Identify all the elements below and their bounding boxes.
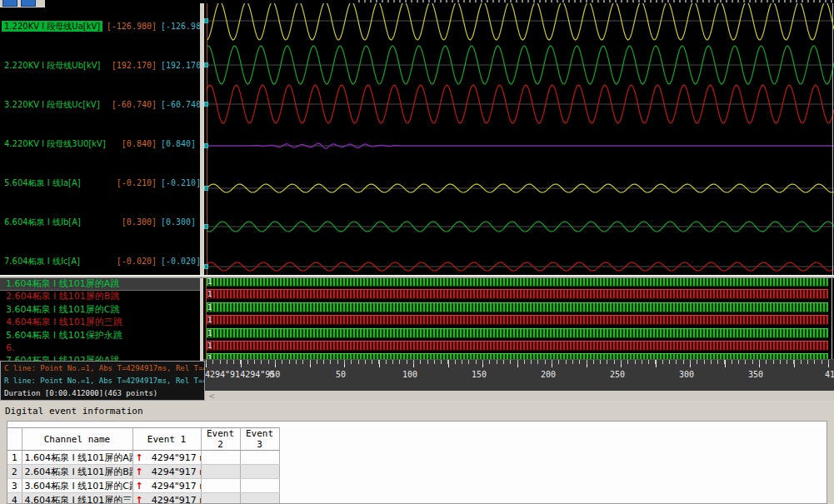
top-toolbar (0, 0, 45, 7)
event-table-header: Channel name (22, 428, 132, 451)
analog-value-reference: [0.300] (161, 217, 200, 227)
event-table-header (7, 428, 22, 451)
digital-bars-area[interactable]: 1111111 (203, 278, 834, 359)
cursor-c-line[interactable] (207, 3, 207, 275)
digital-channel-label[interactable]: 3.604柘泉 I 线101屏的C跳 (0, 303, 200, 316)
event-3-cell (240, 479, 279, 493)
analog-channel-label[interactable]: 7.604柘泉 I 线Ic[A] (4, 256, 80, 267)
ruler-minor-ticks (206, 360, 834, 364)
event-2-cell (201, 465, 240, 479)
event-row-number: 2 (7, 465, 22, 479)
event-channel-name: 2.604柘泉 I 线101屏的B跳 (22, 465, 132, 479)
cursor-status-panel: C line: Point No.=1, Abs T=4294917ms, Re… (0, 361, 205, 401)
analog-value-cursor: [-60.740] (105, 99, 157, 110)
ruler-time-label: 150 (472, 370, 487, 379)
ruler-time-label: 0 (269, 370, 274, 379)
r-line-status: R line: Point No.=1, Abs T=4294917ms, Re… (4, 375, 205, 387)
rising-edge-arrow-icon: ↑ (136, 481, 143, 492)
analog-value-reference: [192.170] (161, 60, 200, 71)
analog-channel-row[interactable]: 2.220KV I 段母线Ub[kV][192.170][192.170] (0, 60, 200, 71)
analog-value-cursor: [-126.980] (105, 21, 157, 32)
analog-value-cursor: [-0.210] (105, 177, 157, 188)
analog-channel-label[interactable]: 5.604柘泉 I 线Ia[A] (4, 177, 81, 188)
digital-state-bar: 1 (207, 315, 828, 325)
digital-channel-label[interactable]: 7.604柘泉 I 线102屏的A跳 (0, 354, 200, 361)
digital-event-table[interactable]: Channel nameEvent 1Event 2Event 3 11.604… (7, 427, 280, 504)
waveform-analyzer-window: 1.220KV I 段母线Ua[kV][-126.980][-126.980]2… (0, 0, 834, 504)
digital-state-bar: 1 (207, 353, 828, 359)
event-2-cell (201, 479, 240, 493)
rising-edge-arrow-icon: ↑ (136, 495, 143, 504)
analog-channel-panel: 1.220KV I 段母线Ua[kV][-126.980][-126.980]2… (0, 7, 200, 275)
event-2-cell (201, 451, 240, 465)
event-table-panel: Channel nameEvent 1Event 2Event 3 11.604… (7, 421, 827, 504)
channel-zero-marker (204, 186, 208, 191)
ruler-time-label: 350 (748, 370, 763, 379)
analog-channel-label[interactable]: 6.604柘泉 I 线Ib[A] (4, 217, 81, 227)
event-info-section: Digital event information Channel nameEv… (0, 401, 834, 504)
cursor-r-line[interactable] (832, 3, 833, 275)
waveform-plot-area[interactable] (203, 3, 834, 275)
analog-channel-row[interactable]: 4.220KV I 段母线3U0[kV][0.840][0.840] (0, 138, 200, 149)
digital-state-bar: 1 (207, 289, 828, 299)
analog-channel-label[interactable]: 3.220KV I 段母线Uc[kV] (4, 99, 100, 110)
channel-zero-marker (204, 102, 208, 107)
digital-state-value: 1 (207, 303, 212, 312)
c-line-status: C line: Point No.=1, Abs T=4294917ms, Re… (4, 362, 205, 375)
channel-zero-marker (204, 264, 208, 269)
analog-channel-row[interactable]: 1.220KV I 段母线Ua[kV][-126.980][-126.980] (0, 21, 200, 32)
event-table-header: Event 1 (132, 428, 201, 451)
event-table-header: Event 3 (240, 428, 279, 451)
event-2-cell (201, 493, 240, 504)
event-info-title: Digital event information (5, 406, 143, 417)
ruler-time-label: 200 (541, 370, 556, 379)
analog-value-cursor: [-0.020] (105, 256, 157, 267)
event-1-cell: ↑4294"917 ms (132, 493, 201, 504)
analog-channel-label[interactable]: 4.220KV I 段母线3U0[kV] (4, 138, 106, 149)
cursor-r-line[interactable] (832, 278, 832, 359)
event-table-row[interactable]: 11.604柘泉 I 线101屏的A跳↑4294"917 ms (7, 451, 279, 465)
analog-value-reference: [-0.020] (161, 256, 200, 267)
digital-state-bar: 1 (207, 278, 828, 287)
channel-zero-marker (204, 62, 208, 67)
digital-channel-label[interactable]: 2.604柘泉 I 线101屏的B跳 (0, 290, 200, 302)
analog-value-reference: [-60.740] (161, 99, 200, 110)
analog-value-reference: [-0.210] (161, 177, 200, 188)
toolbar-button-2[interactable] (21, 0, 36, 7)
event-table-row[interactable]: 22.604柘泉 I 线101屏的B跳↑4294"917 ms (7, 465, 279, 479)
digital-state-bar: 1 (207, 328, 828, 338)
rising-edge-arrow-icon: ↑ (136, 467, 143, 477)
digital-channel-label[interactable]: 1.604柘泉 I 线101屏的A跳 (0, 278, 200, 290)
event-1-cell: ↑4294"917 ms (132, 479, 201, 493)
analog-channel-row[interactable]: 5.604柘泉 I 线Ia[A][-0.210][-0.210] (0, 177, 200, 188)
timeline-ruler[interactable]: 4294"914294"95005010015020025030035041 (203, 359, 834, 391)
event-channel-name: 3.604柘泉 I 线101屏的C跳 (22, 479, 132, 493)
event-3-cell (240, 493, 279, 504)
analog-channel-row[interactable]: 7.604柘泉 I 线Ic[A][-0.020][-0.020] (0, 256, 200, 267)
event-3-cell (240, 451, 279, 465)
event-channel-name: 4.604柘泉 I 线101屏的三跳 (22, 493, 132, 504)
digital-channel-label[interactable]: 4.604柘泉 I 线101屏的三跳 (0, 316, 200, 328)
digital-channel-label[interactable]: 6. (0, 342, 200, 354)
analog-channel-label[interactable]: 1.220KV I 段母线Ua[kV] (2, 21, 102, 32)
event-table-row[interactable]: 44.604柘泉 I 线101屏的三跳↑4294"917 ms (7, 493, 279, 504)
event-row-number: 1 (7, 451, 22, 465)
event-1-cell: ↑4294"917 ms (132, 451, 201, 465)
digital-state-bar: 1 (207, 302, 828, 312)
event-table-row[interactable]: 33.604柘泉 I 线101屏的C跳↑4294"917 ms (7, 479, 279, 493)
channel-zero-marker (204, 143, 208, 148)
event-row-number: 4 (7, 493, 22, 504)
digital-state-value: 1 (207, 329, 212, 338)
digital-state-value: 1 (207, 278, 212, 287)
toolbar-button-1[interactable] (2, 0, 17, 7)
ruler-time-label: 50 (336, 370, 346, 379)
analog-channel-row[interactable]: 3.220KV I 段母线Uc[kV][-60.740][-60.740] (0, 99, 200, 110)
digital-state-bar: 1 (207, 341, 828, 351)
ruler-time-label: 300 (679, 370, 694, 379)
analog-channel-label[interactable]: 2.220KV I 段母线Ub[kV] (4, 60, 100, 71)
ruler-time-label: 100 (402, 370, 417, 379)
rising-edge-arrow-icon: ↑ (136, 452, 143, 463)
digital-channel-label[interactable]: 5.604柘泉 I 线101保护永跳 (0, 329, 200, 342)
analog-channel-row[interactable]: 6.604柘泉 I 线Ib[A][0.300][0.300] (0, 217, 200, 227)
clipped-titlebar-text (358, 0, 834, 2)
